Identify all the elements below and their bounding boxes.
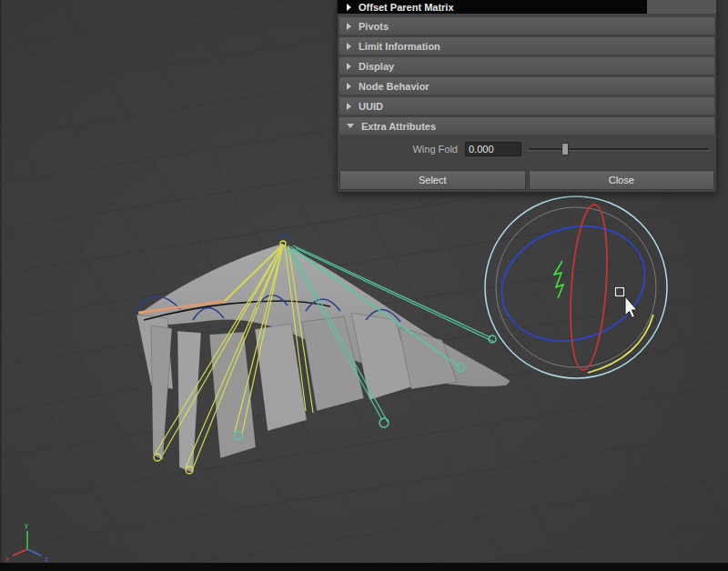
section-header-extra-attributes[interactable]: Extra Attributes (339, 117, 714, 135)
attribute-value-field[interactable] (465, 142, 521, 156)
header-tail (647, 0, 716, 14)
collapse-arrow-icon (347, 124, 354, 128)
select-button[interactable]: Select (339, 170, 526, 190)
slider-groove[interactable] (529, 148, 709, 151)
section-header-node-behavior[interactable]: Node Behavior (339, 77, 714, 95)
expand-arrow-icon (347, 43, 351, 50)
axis-z-label: z (45, 555, 48, 563)
section-label: Display (359, 61, 394, 72)
expand-arrow-icon (347, 4, 351, 11)
expand-arrow-icon (347, 103, 351, 110)
section-header-offset-parent-matrix[interactable]: Offset Parent Matrix (338, 0, 716, 14)
axis-y-label: y (25, 521, 28, 529)
expand-arrow-icon (347, 83, 351, 90)
section-header-pivots[interactable]: Pivots (339, 17, 714, 35)
section-header-limit-information[interactable]: Limit Information (339, 37, 714, 55)
section-label: Node Behavior (359, 81, 430, 92)
section-header-display[interactable]: Display (339, 57, 714, 75)
close-button[interactable]: Close (529, 170, 715, 190)
bottom-bar (0, 563, 728, 571)
attribute-slider[interactable] (529, 143, 709, 155)
section-label: UUID (359, 101, 383, 112)
section-label: Pivots (359, 21, 389, 32)
attribute-row: Wing Fold (338, 141, 716, 156)
panel-button-row: Select Close (339, 170, 714, 190)
expand-arrow-icon (347, 23, 351, 30)
axis-x-label: x (5, 555, 9, 563)
attribute-editor-panel: Offset Parent Matrix Pivots Limit Inform… (337, 0, 717, 193)
viewport-left-edge (0, 0, 2, 571)
section-label: Extra Attributes (361, 121, 436, 132)
attribute-label: Wing Fold (338, 144, 458, 155)
section-label: Offset Parent Matrix (359, 2, 454, 13)
expand-arrow-icon (347, 63, 351, 70)
slider-handle[interactable] (561, 143, 569, 155)
section-label: Limit Information (359, 41, 440, 52)
section-header-uuid[interactable]: UUID (339, 97, 714, 115)
